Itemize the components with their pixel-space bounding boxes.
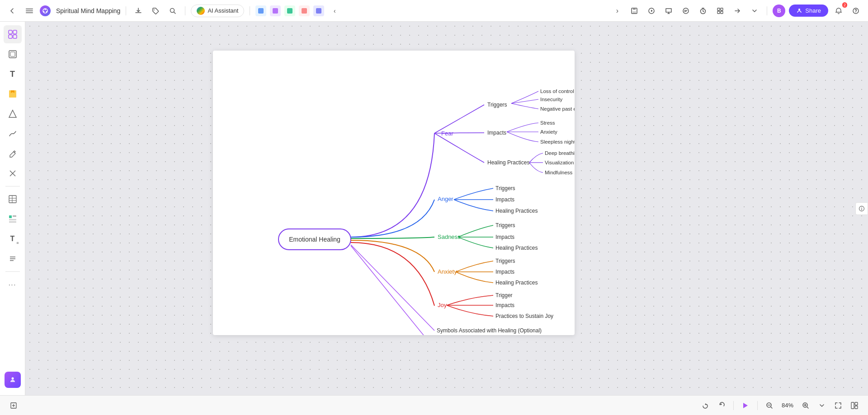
tool-icon-2[interactable] (270, 5, 281, 16)
ai-assistant-button[interactable]: AI Assistant (191, 5, 244, 17)
svg-text:Impacts: Impacts (495, 196, 514, 203)
sidebar-more-tool[interactable]: ··· (4, 275, 22, 294)
undo-button[interactable] (699, 399, 712, 412)
share-label: Share (805, 7, 821, 14)
svg-line-95 (807, 407, 808, 408)
svg-rect-98 (855, 406, 858, 409)
divider-bottom2 (757, 401, 758, 410)
svg-text:Visualization: Visualization (545, 160, 574, 165)
sidebar-pen-tool[interactable] (4, 125, 22, 143)
avatar: B (773, 5, 785, 17)
download-button[interactable] (132, 4, 145, 18)
bottombar-left (7, 399, 20, 412)
sidebar-text2-tool[interactable]: T≡ (4, 230, 22, 248)
divider (126, 6, 126, 15)
svg-text:Anxiety: Anxiety (540, 129, 557, 135)
svg-point-83 (861, 207, 862, 207)
zoom-in-button[interactable] (799, 399, 812, 412)
svg-text:Trigger: Trigger (495, 292, 513, 298)
chevron-down-button[interactable] (748, 4, 761, 18)
sidebar-highlighter-tool[interactable] (4, 145, 22, 163)
svg-rect-0 (26, 9, 33, 9)
svg-rect-11 (287, 8, 292, 14)
svg-rect-1 (26, 10, 33, 11)
tool-icon-1[interactable] (255, 5, 266, 16)
svg-rect-29 (9, 35, 12, 38)
svg-text:Sadness: Sadness (438, 233, 461, 240)
collapse-toolbar-button[interactable]: ‹ (328, 4, 341, 18)
svg-rect-27 (9, 30, 12, 34)
grid-button[interactable] (713, 4, 727, 18)
svg-rect-28 (13, 30, 17, 34)
svg-point-4 (45, 9, 46, 10)
svg-rect-21 (721, 8, 723, 10)
svg-text:Impacts: Impacts (495, 269, 514, 275)
fit-screen-button[interactable] (832, 399, 844, 412)
svg-text:Fear: Fear (441, 130, 453, 137)
sidebar-shape-tool[interactable] (4, 105, 22, 123)
sidebar-frame-tool[interactable] (4, 45, 22, 63)
sidebar-sticky-tool[interactable] (4, 85, 22, 103)
svg-text:Anger: Anger (438, 196, 453, 202)
svg-text:Triggers: Triggers (495, 258, 515, 264)
svg-rect-10 (273, 8, 278, 14)
sidebar-table-tool[interactable] (4, 190, 22, 208)
bottombar: 84% (0, 395, 868, 415)
svg-text:Sleepless nights: Sleepless nights (540, 139, 575, 145)
svg-rect-31 (9, 51, 16, 58)
notifications-button[interactable] (832, 4, 845, 18)
presentation-button[interactable] (662, 4, 675, 18)
canvas-area[interactable]: Emotional Healing Fear Triggers Loss of … (25, 22, 868, 395)
svg-text:Loss of control: Loss of control (540, 89, 574, 94)
topbar-left: Spiritual Mind Mapping AI Assistant (5, 4, 607, 18)
play-button[interactable] (645, 4, 658, 18)
save-button[interactable] (627, 4, 641, 18)
layout-button[interactable] (848, 399, 861, 412)
tag-button[interactable] (149, 4, 162, 18)
tool-icon-5[interactable] (313, 5, 324, 16)
tool-icon-3[interactable] (284, 5, 295, 16)
svg-rect-37 (9, 196, 16, 203)
sidebar-connector-tool[interactable] (4, 164, 22, 182)
svg-rect-9 (258, 8, 264, 14)
tool-icon-4[interactable] (299, 5, 310, 16)
svg-text:Impacts: Impacts (495, 302, 514, 308)
arrow-button[interactable] (731, 4, 744, 18)
add-page-button[interactable] (7, 399, 20, 412)
sidebar-map-tool[interactable] (4, 25, 22, 43)
timer-button[interactable] (696, 4, 710, 18)
sidebar-brand-tool[interactable] (5, 372, 21, 388)
app-title: Spiritual Mind Mapping (56, 7, 120, 14)
redo-button[interactable] (715, 399, 728, 412)
chevron-right-button[interactable]: › (610, 4, 624, 18)
svg-point-18 (683, 8, 689, 14)
zoom-out-button[interactable] (763, 399, 776, 412)
bottombar-right: 84% (699, 399, 861, 412)
svg-rect-44 (9, 221, 16, 223)
svg-rect-30 (13, 35, 17, 38)
sidebar-list-tool[interactable] (4, 250, 22, 268)
sidebar-divider2 (5, 271, 20, 272)
sidebar-text-tool[interactable]: T (4, 65, 22, 83)
help-button[interactable] (849, 4, 863, 18)
svg-point-26 (855, 12, 856, 12)
menu-button[interactable] (23, 4, 36, 18)
svg-text:Healing Practices: Healing Practices (495, 280, 538, 286)
divider2 (185, 6, 185, 15)
sidebar-divider (5, 186, 20, 187)
topbar: Spiritual Mind Mapping AI Assistant (0, 0, 868, 22)
svg-rect-2 (26, 12, 33, 13)
svg-rect-15 (633, 8, 636, 10)
svg-rect-20 (717, 8, 720, 10)
zoom-level: 84% (779, 402, 796, 409)
chat-button[interactable] (679, 4, 693, 18)
back-button[interactable] (5, 4, 19, 18)
sidebar-grid-tool[interactable] (4, 210, 22, 228)
zoom-dropdown-button[interactable] (816, 399, 828, 412)
search-button[interactable] (166, 4, 179, 18)
play-mode-button[interactable] (739, 399, 752, 412)
svg-point-7 (154, 9, 155, 10)
right-panel-hint[interactable] (855, 202, 868, 215)
share-button[interactable]: Share (789, 5, 828, 17)
svg-marker-34 (9, 110, 16, 117)
